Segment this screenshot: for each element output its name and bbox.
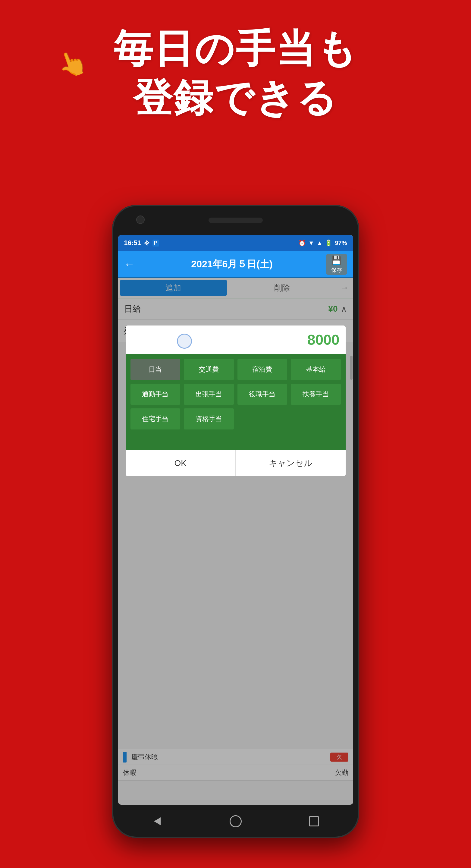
app-bar: ← 2021年6月５日(土) 💾 保存 <box>118 251 353 278</box>
nav-recents-button[interactable] <box>307 814 321 829</box>
status-wifi-icon: ▼ <box>308 240 314 247</box>
dialog-input-area: 8000 <box>126 326 346 354</box>
headline-line1: 毎日の手当も <box>0 24 471 73</box>
dialog-item-empty6 <box>291 433 341 445</box>
status-right: ⏰ ▼ ▲ 🔋 97% <box>298 239 347 247</box>
status-signal-bars-icon: ▲ <box>317 240 323 247</box>
status-battery-icon: 🔋 <box>325 239 333 247</box>
dialog-item-empty5 <box>238 433 287 445</box>
dialog-item-kihonkyu[interactable]: 基本給 <box>291 359 341 380</box>
dialog-item-empty2 <box>291 408 341 430</box>
app-bar-title: 2021年6月５日(土) <box>138 258 326 271</box>
status-time: 16:51 <box>124 239 141 247</box>
status-alarm-icon: ⏰ <box>298 239 306 247</box>
allowance-dialog: 8000 日当 交通費 宿泊費 基本給 通勤手当 出張手当 役職手当 扶養手当 … <box>126 326 346 476</box>
status-signal-icon: 令 <box>144 239 150 247</box>
nav-home-icon <box>230 815 242 827</box>
nav-home-button[interactable] <box>228 814 243 829</box>
dialog-item-koutsuu[interactable]: 交通費 <box>184 359 234 380</box>
dialog-item-yakushoku[interactable]: 役職手当 <box>238 384 287 405</box>
status-parking-icon: P <box>153 240 159 247</box>
dialog-item-empty4 <box>184 433 234 445</box>
nav-recents-icon <box>309 816 319 827</box>
dialog-item-fuyo[interactable]: 扶養手当 <box>291 384 341 405</box>
status-bar: 16:51 令 P ⏰ ▼ ▲ 🔋 97% <box>118 235 353 251</box>
nav-back-icon <box>154 817 161 825</box>
status-left: 16:51 令 P <box>124 239 298 247</box>
headline: 毎日の手当も 登録できる <box>0 24 471 122</box>
phone-frame: 16:51 令 P ⏰ ▼ ▲ 🔋 97% ← 2021年6月５日(土) 💾 保… <box>112 205 359 838</box>
phone-nav-bar <box>118 805 353 838</box>
headline-line2: 登録できる <box>0 73 471 122</box>
dialog-footer: OK キャンセル <box>126 450 346 476</box>
dialog-item-juutaku[interactable]: 住宅手当 <box>130 408 181 430</box>
dialog-item-shukuhaku[interactable]: 宿泊費 <box>238 359 287 380</box>
dialog-item-empty1 <box>238 408 287 430</box>
dialog-item-empty3 <box>130 433 181 445</box>
touch-indicator <box>177 334 192 349</box>
dialog-grid: 日当 交通費 宿泊費 基本給 通勤手当 出張手当 役職手当 扶養手当 住宅手当 … <box>126 354 346 450</box>
dialog-item-nichitou[interactable]: 日当 <box>130 359 181 380</box>
dialog-cancel-button[interactable]: キャンセル <box>236 450 346 476</box>
dialog-overlay: 8000 日当 交通費 宿泊費 基本給 通勤手当 出張手当 役職手当 扶養手当 … <box>118 277 353 805</box>
back-button[interactable]: ← <box>124 258 135 271</box>
save-icon: 💾 <box>331 255 342 265</box>
nav-back-button[interactable] <box>150 814 165 829</box>
status-battery-percent: 97% <box>335 240 347 247</box>
phone-speaker <box>209 218 263 223</box>
dialog-item-shikaku[interactable]: 資格手当 <box>184 408 234 430</box>
dialog-input-value: 8000 <box>307 332 340 348</box>
phone-screen: 16:51 令 P ⏰ ▼ ▲ 🔋 97% ← 2021年6月５日(土) 💾 保… <box>118 235 353 805</box>
dialog-item-tsuukin[interactable]: 通勤手当 <box>130 384 181 405</box>
dialog-item-shucchou[interactable]: 出張手当 <box>184 384 234 405</box>
save-button[interactable]: 💾 保存 <box>326 254 347 275</box>
phone-camera <box>136 216 145 224</box>
save-label: 保存 <box>331 267 342 274</box>
dialog-ok-button[interactable]: OK <box>126 450 236 476</box>
